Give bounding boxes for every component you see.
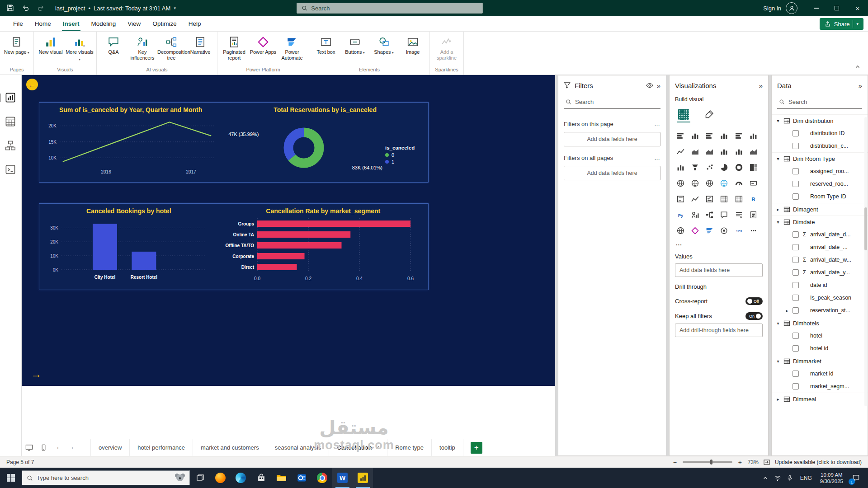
ribbon-button-key-influencers[interactable]: Key influencers [128,33,157,61]
viz-stacked-column-chart-icon[interactable] [689,131,700,141]
visual-bar-chart[interactable]: Canceled Bookings by hotel 30K20K10K0KCi… [39,204,218,290]
table-view-icon[interactable] [5,116,16,127]
taskbar-search-box[interactable] [22,470,190,485]
powerbi-app-icon[interactable] [353,468,373,488]
zoom-out-button[interactable]: − [672,459,678,466]
page-tab-hotel-performance[interactable]: hotel performance [130,439,193,456]
collapse-data-pane-icon[interactable]: » [859,82,862,89]
build-visual-mode-icon[interactable] [677,107,690,122]
viz-100-stacked-column-chart-icon[interactable] [748,131,759,141]
firefox-app-icon[interactable] [210,468,231,488]
viz-decomposition-tree-icon[interactable] [704,210,715,220]
scrollbar-thumb[interactable] [864,207,867,250]
data-field-assigned-roo[interactable]: assigned_roo... [772,165,868,178]
data-table-dimagent[interactable]: ▸Dimagent [772,203,868,216]
viz-key-influencers-icon[interactable] [689,210,700,220]
report-canvas[interactable]: Sum of is_canceled by Year, Quarter and … [22,75,555,386]
data-field-hotel[interactable]: hotel [772,329,868,342]
viz-scatter-chart-icon[interactable] [704,162,715,172]
viz-smart-narrative-icon[interactable] [733,210,744,220]
viz-100-stacked-bar-chart-icon[interactable] [733,131,744,141]
global-search-box[interactable] [297,3,483,14]
page-tab-tooltip[interactable]: tooltip [432,439,463,456]
viz-slicer-icon[interactable] [704,194,715,204]
viz-filled-map-icon[interactable] [689,178,700,188]
ribbon-button-buttons[interactable]: Buttons ▾ [340,33,369,56]
data-field-is-peak-season[interactable]: Is_peak_season [772,291,868,304]
menu-home[interactable]: Home [29,16,57,31]
tabs-scroll-left-icon[interactable]: ‹ [51,439,65,456]
viz-line-and-clustered-column-chart-icon[interactable] [733,146,744,156]
microphone-icon[interactable] [784,468,796,488]
field-checkbox[interactable] [793,295,799,301]
language-indicator[interactable]: ENG [796,475,816,481]
back-button[interactable] [26,79,38,90]
menu-help[interactable]: Help [183,16,207,31]
field-checkbox[interactable] [793,257,799,263]
drill-through-dropzone[interactable]: Add drill-through fields here [675,324,763,337]
chevron-right-icon[interactable]: ▸ [775,207,781,212]
viz-power-apps-icon[interactable] [689,225,700,235]
viz-azure-map-icon[interactable] [719,178,730,188]
chevron-right-icon[interactable]: ▸ [775,397,781,402]
ribbon-button-shapes[interactable]: Shapes ▾ [369,33,398,56]
collapse-visualizations-pane-icon[interactable]: » [759,82,763,89]
page-tab-overview[interactable]: overview [90,439,130,456]
visual-line-chart[interactable]: Sum of is_canceled by Year, Quarter and … [39,103,222,182]
share-button[interactable]: Share ▾ [820,18,863,30]
zoom-in-button[interactable]: + [737,459,743,466]
zoom-slider[interactable] [683,461,732,463]
action-center-icon[interactable]: 1 [847,468,864,488]
viz-treemap-icon[interactable] [748,162,759,172]
top-visuals-container[interactable]: Sum of is_canceled by Year, Quarter and … [39,102,429,183]
field-checkbox[interactable] [793,333,799,339]
mobile-layout-icon[interactable] [36,439,51,456]
wifi-icon[interactable] [772,468,784,488]
data-field-market-segm[interactable]: market_segm... [772,380,868,393]
maximize-button[interactable] [826,0,847,16]
sign-in-link[interactable]: Sign in [763,5,781,12]
get-more-visuals-icon[interactable]: ... [670,236,768,247]
update-available-link[interactable]: Update available (click to download) [775,459,862,465]
bottom-visuals-container[interactable]: Canceled Bookings by hotel 30K20K10K0KCi… [39,203,429,290]
field-checkbox[interactable] [793,282,799,288]
viz-clustered-bar-chart-icon[interactable] [704,131,715,141]
viz-shape-map-icon[interactable] [704,178,715,188]
page-tab-cancellation[interactable]: Cancellation× [329,439,387,456]
filters-page-dropzone[interactable]: Add data fields here [564,132,660,146]
legend-item-0[interactable]: 0 [385,152,428,158]
viz-paginated-report-icon[interactable] [748,210,759,220]
data-field-arrival-date-d[interactable]: Σarrival_date_d... [772,228,868,241]
menu-insert[interactable]: Insert [57,16,85,31]
ribbon-button-more-visuals[interactable]: More visuals ▾ [65,33,94,62]
more-options-icon[interactable]: … [654,155,660,161]
taskbar-search-input[interactable] [37,474,171,481]
fit-to-page-icon[interactable] [763,459,770,466]
viz-funnel-icon[interactable] [689,162,700,172]
viz-card-icon[interactable] [748,178,759,188]
ribbon-button-power-apps[interactable]: Power Apps [249,33,278,55]
chrome-app-icon[interactable] [312,468,332,488]
filters-search-input[interactable] [575,99,659,105]
format-visual-mode-icon[interactable] [702,107,716,122]
minimize-button[interactable] [806,0,826,16]
field-checkbox[interactable] [793,307,799,314]
report-view-icon[interactable] [5,92,16,103]
chevron-down-icon[interactable]: ▾ [775,321,781,326]
data-field-distribution-c[interactable]: distribution_c... [772,140,868,152]
menu-optimize[interactable]: Optimize [146,16,182,31]
viz-matrix-icon[interactable] [733,194,744,204]
close-button[interactable]: × [847,0,868,16]
explorer-app-icon[interactable] [271,468,292,488]
viz-ribbon-chart-icon[interactable] [748,146,759,156]
filters-all-pages-dropzone[interactable]: Add data fields here [564,166,660,180]
data-field-arrival-date-w[interactable]: Σarrival_date_w... [772,253,868,266]
visual-hbar-chart[interactable]: Cancellation Rate by market_segment 0.00… [218,204,428,290]
viz-metrics-icon[interactable] [719,225,730,235]
viz-clustered-column-chart-icon[interactable] [719,131,730,141]
viz-arcgis-map-icon[interactable] [675,225,686,235]
viz-waterfall-chart-icon[interactable] [675,162,686,172]
new-page-tab-button[interactable]: + [471,442,482,454]
zoom-slider-thumb[interactable] [710,460,712,465]
eye-icon[interactable] [646,82,653,89]
